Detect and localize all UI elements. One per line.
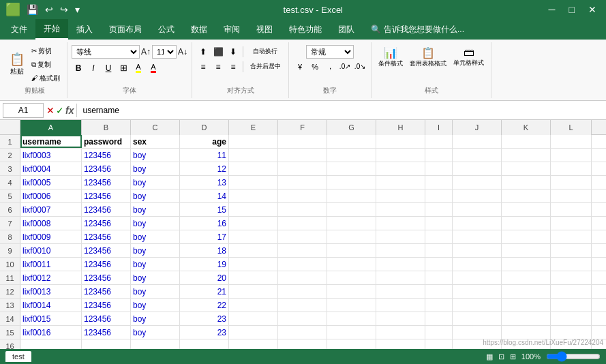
cell[interactable]: 19	[180, 258, 229, 271]
cell-style-button[interactable]: 🗃 单元格样式	[451, 45, 487, 69]
cell[interactable]: 123456	[82, 326, 131, 339]
cell[interactable]	[327, 217, 376, 230]
row-number[interactable]: 14	[0, 312, 20, 325]
cell[interactable]	[278, 149, 327, 162]
cell[interactable]: lixf0013	[20, 285, 82, 298]
cell[interactable]	[327, 326, 376, 339]
cell[interactable]: 123456	[82, 176, 131, 189]
cell[interactable]: lixf0010	[20, 244, 82, 257]
cell[interactable]	[278, 271, 327, 284]
cell[interactable]	[327, 285, 376, 298]
cell[interactable]: 20	[180, 271, 229, 284]
cell[interactable]	[453, 271, 502, 284]
cell[interactable]	[453, 244, 502, 257]
cell[interactable]: 18	[180, 244, 229, 257]
cell[interactable]	[551, 217, 592, 230]
minimize-button[interactable]: ─	[545, 3, 560, 16]
view-pagebreak-icon[interactable]: ⊞	[510, 352, 516, 361]
cell[interactable]: boy	[131, 258, 180, 271]
cell[interactable]	[453, 299, 502, 312]
align-top-button[interactable]: ⬆	[196, 45, 210, 59]
cell[interactable]	[229, 258, 278, 271]
format-painter-button[interactable]: 🖌 格式刷	[29, 72, 63, 85]
italic-button[interactable]: I	[87, 61, 100, 75]
menu-file[interactable]: 文件	[3, 19, 35, 40]
row-number[interactable]: 1	[0, 135, 20, 148]
cell[interactable]: 22	[180, 299, 229, 312]
cell[interactable]: 13	[180, 176, 229, 189]
cell[interactable]: 23	[180, 312, 229, 325]
col-header-i[interactable]: I	[425, 120, 453, 135]
cell[interactable]	[376, 230, 425, 243]
row-number[interactable]: 13	[0, 299, 20, 312]
cell[interactable]	[376, 162, 425, 175]
cell[interactable]	[327, 135, 376, 148]
menu-data[interactable]: 数据	[183, 19, 215, 40]
cell[interactable]	[229, 203, 278, 216]
col-header-a[interactable]: A	[20, 120, 82, 135]
col-header-h[interactable]: H	[376, 120, 425, 135]
row-number[interactable]: 5	[0, 189, 20, 202]
cell[interactable]: boy	[131, 149, 180, 162]
row-number[interactable]: 10	[0, 258, 20, 271]
cell[interactable]	[229, 230, 278, 243]
cell[interactable]	[425, 176, 453, 189]
cell[interactable]: boy	[131, 217, 180, 230]
cell[interactable]	[327, 312, 376, 325]
cell[interactable]	[425, 244, 453, 257]
cell[interactable]	[425, 326, 453, 339]
font-name-select[interactable]: 等线	[72, 45, 140, 59]
col-header-g[interactable]: G	[327, 120, 376, 135]
cell[interactable]	[453, 203, 502, 216]
cancel-formula-icon[interactable]: ✕	[46, 105, 55, 116]
cell[interactable]: age	[180, 135, 229, 148]
align-center-button[interactable]: ≡	[211, 60, 225, 74]
customize-quick-btn[interactable]: ▾	[73, 3, 82, 16]
cell[interactable]	[453, 258, 502, 271]
cell[interactable]	[278, 258, 327, 271]
cell[interactable]	[327, 149, 376, 162]
cell[interactable]	[502, 135, 551, 148]
cell[interactable]	[229, 162, 278, 175]
cell[interactable]: boy	[131, 162, 180, 175]
cell[interactable]	[551, 230, 592, 243]
cell[interactable]: 123456	[82, 312, 131, 325]
save-quick-btn[interactable]: 💾	[25, 3, 40, 16]
cell[interactable]	[278, 217, 327, 230]
confirm-formula-icon[interactable]: ✓	[56, 105, 64, 116]
cell[interactable]	[551, 326, 592, 339]
cell[interactable]	[327, 258, 376, 271]
cell[interactable]: username	[20, 135, 82, 148]
menu-view[interactable]: 视图	[248, 19, 281, 40]
fill-color-button[interactable]: A	[132, 61, 145, 75]
cell[interactable]	[278, 299, 327, 312]
cell[interactable]	[502, 299, 551, 312]
menu-home[interactable]: 开始	[35, 19, 68, 40]
cell[interactable]	[453, 326, 502, 339]
menu-team[interactable]: 团队	[330, 19, 363, 40]
cell[interactable]	[376, 217, 425, 230]
row-number[interactable]: 2	[0, 149, 20, 162]
copy-button[interactable]: ⧉ 复制	[29, 59, 63, 71]
cell[interactable]	[327, 162, 376, 175]
cell-reference-input[interactable]: A1	[3, 103, 44, 118]
cell[interactable]	[425, 285, 453, 298]
cell[interactable]	[425, 135, 453, 148]
menu-page-layout[interactable]: 页面布局	[101, 19, 150, 40]
cell[interactable]	[453, 149, 502, 162]
cell[interactable]	[229, 299, 278, 312]
wrap-text-button[interactable]: 自动换行	[246, 45, 284, 59]
row-number[interactable]: 6	[0, 203, 20, 216]
cell[interactable]	[229, 176, 278, 189]
cell[interactable]: lixf0012	[20, 271, 82, 284]
cell[interactable]	[425, 299, 453, 312]
row-number[interactable]: 15	[0, 326, 20, 339]
row-number[interactable]: 8	[0, 230, 20, 243]
col-header-f[interactable]: F	[278, 120, 327, 135]
cell[interactable]: lixf0006	[20, 189, 82, 202]
cell[interactable]: 123456	[82, 203, 131, 216]
col-header-c[interactable]: C	[131, 120, 180, 135]
bold-button[interactable]: B	[72, 61, 85, 75]
cell[interactable]	[425, 230, 453, 243]
cell[interactable]: 123456	[82, 299, 131, 312]
